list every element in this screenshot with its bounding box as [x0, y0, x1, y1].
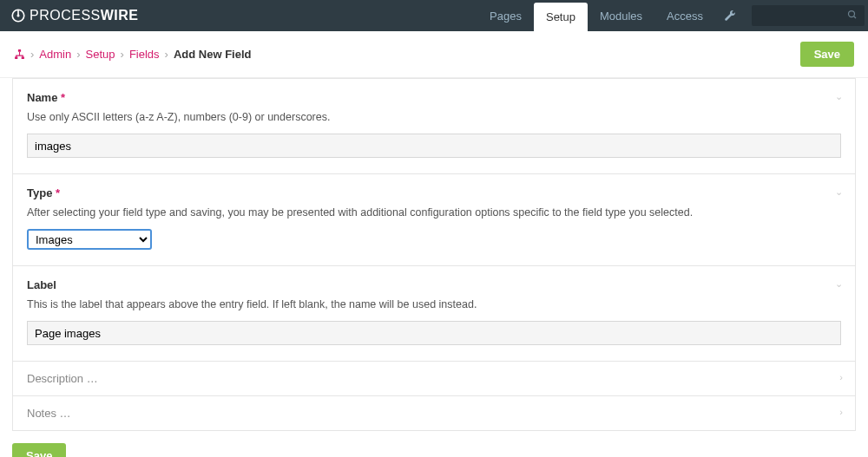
search-icon[interactable]	[847, 10, 858, 23]
label-help: This is the label that appears above the…	[27, 298, 841, 310]
panel-name: ⌄ Name * Use only ASCII letters (a-z A-Z…	[12, 78, 856, 174]
logo-text-2: WIRE	[101, 8, 139, 23]
logo-text-1: PROCESS	[30, 8, 101, 23]
wrench-icon	[724, 10, 736, 22]
save-button-top[interactable]: Save	[800, 42, 854, 67]
chevron-right-icon: ›	[839, 407, 843, 417]
nav-pages[interactable]: Pages	[477, 0, 534, 31]
nav-setup[interactable]: Setup	[534, 3, 588, 31]
label-label: Label	[27, 278, 56, 291]
chevron-down-icon[interactable]: ⌄	[835, 91, 843, 102]
crumb-admin[interactable]: Admin	[39, 48, 71, 61]
nav-access[interactable]: Access	[654, 0, 715, 31]
description-label: Description …	[27, 372, 841, 385]
panel-label: ⌄ Label This is the label that appears a…	[12, 266, 856, 362]
type-help: After selecting your field type and savi…	[27, 206, 841, 219]
panel-type: ⌄ Type * After selecting your field type…	[12, 174, 856, 266]
name-input[interactable]	[27, 134, 841, 158]
logo[interactable]: PROCESSWIRE	[10, 8, 139, 23]
sep: ›	[76, 48, 80, 61]
sep: ›	[165, 48, 168, 61]
sep: ›	[121, 48, 124, 61]
crumb-fields[interactable]: Fields	[129, 48, 160, 61]
svg-rect-4	[18, 49, 21, 52]
svg-rect-5	[15, 56, 17, 59]
chevron-down-icon[interactable]: ⌄	[835, 186, 843, 198]
svg-point-2	[849, 10, 855, 16]
panel-notes[interactable]: › Notes …	[12, 396, 856, 431]
top-nav: Pages Setup Modules Access	[477, 0, 715, 31]
sitemap-icon[interactable]	[14, 49, 25, 60]
svg-line-3	[854, 16, 857, 18]
processwire-icon	[10, 8, 26, 23]
breadcrumb: › Admin › Setup › Fields › Add New Field	[14, 48, 251, 61]
type-select[interactable]: Images	[27, 229, 152, 250]
chevron-down-icon[interactable]: ⌄	[835, 278, 843, 290]
svg-rect-6	[22, 56, 24, 59]
search-box	[752, 5, 858, 26]
sep: ›	[30, 48, 34, 61]
svg-point-1	[17, 15, 20, 17]
tools-icon[interactable]	[715, 10, 745, 22]
notes-label: Notes …	[27, 407, 841, 420]
label-input[interactable]	[27, 321, 841, 345]
crumb-setup[interactable]: Setup	[86, 48, 115, 61]
required-marker: *	[61, 91, 65, 104]
name-help: Use only ASCII letters (a-z A-Z), number…	[27, 111, 841, 123]
nav-modules[interactable]: Modules	[588, 0, 654, 31]
crumb-current: Add New Field	[174, 48, 252, 61]
panel-description[interactable]: › Description …	[12, 362, 856, 396]
name-label: Name	[27, 91, 57, 104]
save-button-bottom[interactable]: Save	[12, 443, 66, 457]
required-marker: *	[56, 186, 60, 199]
type-label: Type	[27, 186, 52, 199]
chevron-right-icon: ›	[839, 372, 843, 382]
